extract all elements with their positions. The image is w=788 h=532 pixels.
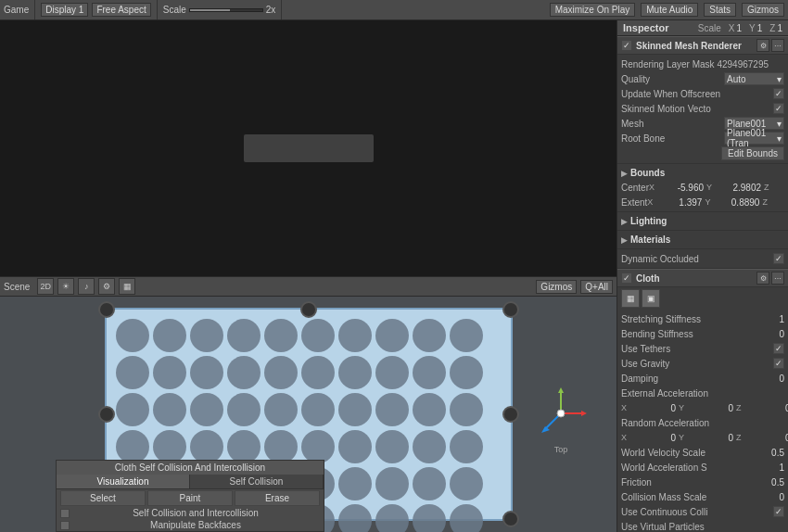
bottom-collision-panel: Cloth Self Collision And Intercollision … bbox=[56, 460, 324, 532]
svg-point-6 bbox=[557, 410, 565, 417]
skinned-mesh-settings-icon[interactable]: ⚙ bbox=[756, 39, 769, 52]
edit-bounds-row: Edit Bounds bbox=[621, 146, 784, 161]
skinned-motion-row: Skinned Motion Vecto bbox=[621, 101, 784, 116]
display-dropdown[interactable]: Display 1 bbox=[41, 3, 88, 17]
cloth-dot bbox=[450, 504, 483, 532]
stretching-label: Stretching Stiffness bbox=[621, 314, 738, 324]
lighting-section: ▶ Lighting bbox=[617, 212, 788, 231]
bounds-header[interactable]: ▶ Bounds bbox=[621, 166, 784, 180]
cloth-dot bbox=[450, 430, 483, 463]
world-accel-label: World Acceleration S bbox=[621, 462, 738, 473]
skinned-mesh-toggle[interactable] bbox=[621, 40, 632, 51]
bounds-arrow: ▶ bbox=[621, 169, 628, 178]
erase-btn[interactable]: Erase bbox=[235, 490, 320, 506]
game-view bbox=[0, 20, 616, 276]
cloth-dot bbox=[227, 356, 261, 389]
cloth-dot bbox=[264, 393, 298, 426]
main-layout: Scene 2D ☀ ♪ ⚙ ▦ Gizmos Q+All bbox=[0, 20, 788, 532]
bounds-section: ▶ Bounds Center X -5.960 Y 2.9802 Z 3.55… bbox=[617, 164, 788, 212]
scale-value: 2x bbox=[266, 5, 276, 15]
scene-label: Scene bbox=[4, 282, 30, 292]
cloth-icon-2[interactable]: ▣ bbox=[642, 289, 660, 308]
cloth-component-header: Cloth ⚙ ⋯ bbox=[617, 269, 788, 287]
gizmos-scene-btn[interactable]: Gizmos bbox=[536, 280, 577, 294]
world-velocity-label: World Velocity Scale bbox=[621, 448, 738, 458]
damping-label: Damping bbox=[621, 374, 738, 384]
maximize-on-play-btn[interactable]: Maximize On Play bbox=[550, 3, 636, 17]
update-offscreen-checkbox[interactable] bbox=[773, 88, 784, 99]
layers-btn[interactable]: Q+All bbox=[580, 280, 613, 294]
cloth-dot bbox=[338, 319, 372, 352]
cloth-dot bbox=[375, 319, 409, 352]
skinned-motion-checkbox[interactable] bbox=[773, 103, 784, 114]
move-gizmo[interactable]: Top bbox=[533, 386, 589, 443]
top-bar-right: Maximize On Play Mute Audio Stats Gizmos bbox=[550, 3, 784, 17]
cloth-dot bbox=[116, 393, 149, 426]
manipulate-checkbox[interactable] bbox=[60, 521, 70, 530]
edge-handle-left[interactable] bbox=[98, 406, 115, 423]
svg-marker-3 bbox=[581, 411, 587, 416]
root-bone-dropdown[interactable]: Plane001 (Tran ▾ bbox=[724, 132, 784, 145]
extent-x-val: 1.397 bbox=[655, 197, 702, 208]
scale-y-label: Y bbox=[749, 23, 756, 33]
gizmo-label: Top bbox=[554, 445, 568, 454]
center-x-label: X bbox=[649, 183, 655, 192]
cloth-dot bbox=[264, 430, 298, 463]
use-continuous-label: Use Continuous Colli bbox=[621, 507, 773, 517]
select-btn[interactable]: Select bbox=[60, 490, 146, 506]
dynamic-occluded-checkbox[interactable] bbox=[773, 253, 784, 264]
tab-visualization[interactable]: Visualization bbox=[57, 475, 190, 488]
paint-btn[interactable]: Paint bbox=[147, 490, 233, 506]
cloth-settings-icon[interactable]: ⚙ bbox=[756, 272, 769, 285]
audio-scene-btn[interactable]: ♪ bbox=[78, 278, 95, 295]
cloth-dot bbox=[301, 319, 335, 352]
cloth-icon-1[interactable]: ▦ bbox=[621, 289, 640, 308]
cloth-dot bbox=[338, 504, 372, 532]
corner-handle-tl[interactable] bbox=[98, 301, 115, 318]
cloth-dot bbox=[264, 356, 298, 389]
use-virtual-label: Use Virtual Particles bbox=[621, 522, 784, 532]
cloth-toggle[interactable] bbox=[621, 272, 632, 284]
top-bar: Game Display 1 Free Aspect Scale 2x Maxi… bbox=[0, 0, 788, 20]
corner-handle-br[interactable] bbox=[502, 511, 519, 527]
damping-row: Damping 0 bbox=[621, 371, 784, 386]
use-tethers-checkbox[interactable] bbox=[773, 343, 784, 354]
use-gravity-checkbox[interactable] bbox=[773, 358, 784, 369]
cloth-dot bbox=[375, 430, 409, 463]
display-section: Display 1 Free Aspect bbox=[41, 0, 158, 19]
world-accel-row: World Acceleration S 1 bbox=[621, 460, 784, 475]
quality-dropdown[interactable]: Auto ▾ bbox=[724, 72, 784, 85]
materials-header[interactable]: ▶ Materials bbox=[621, 233, 784, 247]
friction-value: 0.5 bbox=[738, 477, 784, 488]
cloth-dots-icon[interactable]: ⋯ bbox=[771, 272, 784, 285]
effects-btn[interactable]: ⚙ bbox=[98, 278, 115, 295]
world-accel-value: 1 bbox=[738, 462, 784, 473]
skinned-mesh-dots-icon[interactable]: ⋯ bbox=[771, 39, 784, 52]
rand-xyz: X 0 Y 0 Z 0 bbox=[621, 433, 788, 443]
tab-self-collision[interactable]: Self Collision bbox=[190, 475, 324, 488]
cloth-dot bbox=[413, 467, 446, 500]
quality-label: Quality bbox=[621, 74, 724, 84]
self-collision-checkbox[interactable] bbox=[60, 509, 70, 518]
corner-handle-tr[interactable] bbox=[502, 301, 519, 318]
camera-btn[interactable]: ▦ bbox=[119, 278, 135, 295]
stats-btn[interactable]: Stats bbox=[704, 3, 736, 17]
cloth-dot bbox=[301, 393, 335, 426]
edge-handle-right[interactable] bbox=[502, 406, 519, 423]
mute-audio-btn[interactable]: Mute Audio bbox=[641, 3, 698, 17]
cloth-dot bbox=[190, 356, 223, 389]
extent-xyz-row: X 1.397 Y 0.8890 Z 2.1195 bbox=[647, 197, 788, 208]
manipulate-row: Manipulate Backfaces bbox=[57, 519, 324, 531]
sun-icon-btn[interactable]: ☀ bbox=[57, 278, 74, 295]
edge-handle-top[interactable] bbox=[300, 301, 317, 318]
aspect-dropdown[interactable]: Free Aspect bbox=[92, 3, 150, 17]
gizmos-btn[interactable]: Gizmos bbox=[742, 3, 784, 17]
extent-z-label: Z bbox=[762, 197, 768, 207]
scale-slider-track[interactable] bbox=[189, 8, 263, 12]
stretching-value: 1 bbox=[738, 314, 784, 324]
scene-content[interactable]: Top Cloth Self Collision And Intercollis… bbox=[0, 297, 616, 532]
lighting-header[interactable]: ▶ Lighting bbox=[621, 214, 784, 228]
edit-bounds-btn[interactable]: Edit Bounds bbox=[721, 146, 784, 160]
use-continuous-checkbox[interactable] bbox=[773, 506, 784, 517]
2d-btn[interactable]: 2D bbox=[37, 278, 54, 295]
